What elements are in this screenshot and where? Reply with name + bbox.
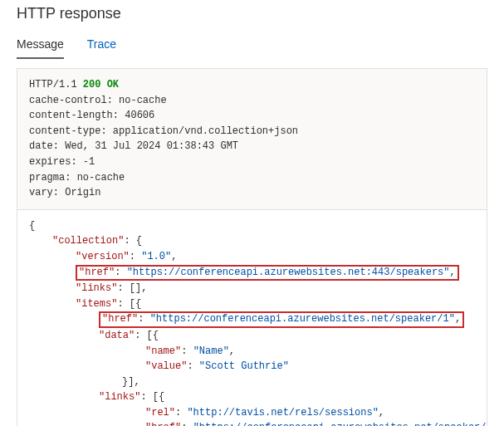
json-val-name: "Name" — [193, 345, 229, 357]
tab-bar: Message Trace — [17, 32, 487, 60]
json-key-rel: "rel" — [145, 407, 175, 419]
json-val-value: "Scott Guthrie" — [199, 360, 289, 372]
highlight-collection-href: "href": "https://conferenceapi.azurewebs… — [76, 265, 459, 282]
hdr-expires: expires: -1 — [29, 156, 95, 168]
hdr-content-length: content-length: 40606 — [29, 110, 154, 121]
response-headers-box: HTTP/1.1 200 OK cache-control: no-cache … — [17, 68, 487, 210]
json-val-link-href: "https://conferenceapi.azurewebsites.net… — [193, 422, 487, 426]
hdr-pragma: pragma: no-cache — [29, 172, 125, 184]
http-response-panel: HTTP response Message Trace HTTP/1.1 200… — [0, 5, 504, 426]
page-title: HTTP response — [17, 5, 487, 22]
json-key-links: "links" — [76, 282, 117, 294]
json-key-items: "items" — [76, 298, 117, 310]
hdr-cache-control: cache-control: no-cache — [29, 95, 167, 106]
json-key-collection: "collection" — [52, 235, 124, 247]
json-val-version: "1.0" — [141, 251, 171, 262]
hdr-content-type: content-type: application/vnd.collection… — [29, 125, 298, 137]
response-body-box: { "collection": { "version": "1.0", "hre… — [17, 210, 487, 426]
json-val-rel: "http://tavis.net/rels/sessions" — [187, 407, 378, 419]
http-protocol: HTTP/1.1 — [29, 79, 77, 91]
json-key-value: "value" — [145, 360, 187, 372]
hdr-vary: vary: Origin — [29, 187, 100, 198]
tab-trace[interactable]: Trace — [87, 32, 116, 59]
tab-message[interactable]: Message — [17, 32, 64, 59]
json-key-link-href: "href" — [145, 422, 181, 426]
highlight-item-href: "href": "https://conferenceapi.azurewebs… — [99, 311, 464, 328]
json-key-data: "data" — [99, 330, 135, 341]
hdr-date: date: Wed, 31 Jul 2024 01:38:43 GMT — [29, 140, 238, 152]
json-key-version: "version" — [76, 251, 130, 262]
http-status: 200 OK — [83, 79, 119, 91]
json-key-links-inner: "links" — [99, 391, 140, 403]
json-key-name: "name" — [145, 345, 181, 357]
